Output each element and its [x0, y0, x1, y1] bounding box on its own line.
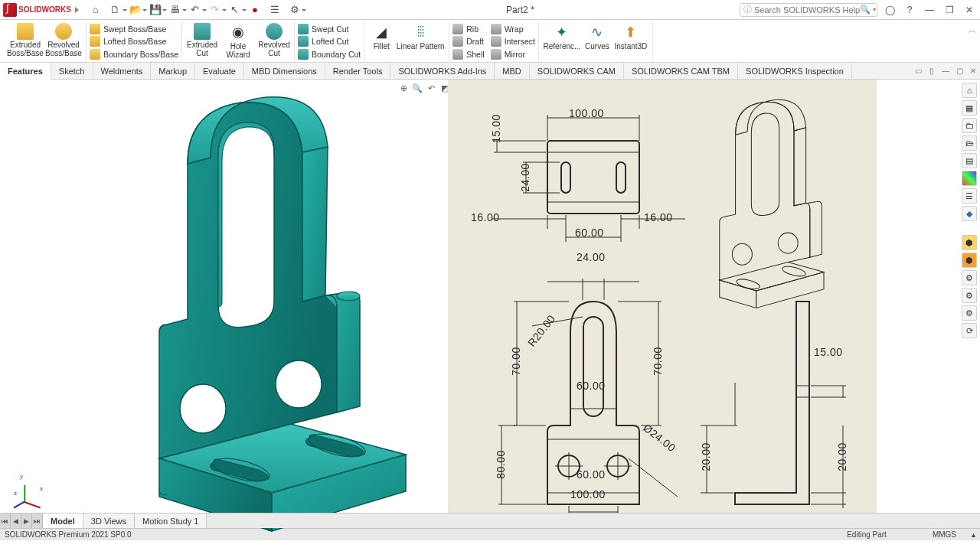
select-icon[interactable]: ↖ [229, 4, 241, 16]
revolved-boss-icon [55, 23, 72, 40]
shell-icon [452, 49, 463, 60]
tab-sketch[interactable]: Sketch [51, 63, 93, 79]
taskpane-appearances-icon[interactable] [962, 171, 977, 186]
extruded-boss-button[interactable]: Extruded Boss/Base [6, 21, 44, 62]
redo-icon[interactable]: ↷ [209, 4, 221, 16]
home-icon[interactable]: ⌂ [90, 4, 102, 16]
tab-features[interactable]: Features [0, 63, 51, 80]
rib-button[interactable]: Rib [452, 23, 484, 35]
viewport-layout-2-icon[interactable]: ▯ [925, 63, 939, 79]
taskpane-cam-1-icon[interactable]: ⬢ [962, 235, 977, 250]
settings-icon[interactable]: ⚙ [289, 4, 301, 16]
tab-mbd[interactable]: MBD [495, 63, 529, 79]
tab-solidworks-cam[interactable]: SOLIDWORKS CAM [530, 63, 624, 79]
previous-view-icon[interactable]: ↶ [426, 83, 436, 93]
taskpane-cam-5-icon[interactable]: ⚙ [962, 305, 977, 321]
taskpane-cam-2-icon[interactable]: ⬢ [962, 253, 977, 268]
revolved-cut-button[interactable]: Revolved Cut [257, 21, 291, 62]
drawing-reference-pane: 100.00 15.00 24.00 16.00 16.00 60.00 24.… [448, 80, 877, 527]
app-menu-arrow-icon[interactable] [75, 7, 79, 13]
open-icon[interactable]: 📂 [129, 4, 142, 16]
zoom-fit-icon[interactable]: ⊕ [398, 83, 409, 93]
fillet-button[interactable]: ◢Fillet [368, 21, 395, 62]
hole-wizard-button[interactable]: ◉Hole Wizard [219, 21, 257, 62]
extruded-cut-button[interactable]: Extruded Cut [185, 21, 219, 62]
taskpane-cam-4-icon[interactable]: ⚙ [962, 288, 977, 303]
dim-100-bot: 100.00 [570, 488, 606, 500]
taskpane-view-palette-icon[interactable]: ▤ [962, 153, 977, 168]
print-icon[interactable]: 🖶 [169, 4, 181, 16]
svg-point-73 [778, 233, 798, 253]
zoom-area-icon[interactable]: 🔍 [412, 83, 423, 93]
curves-button[interactable]: ∿Curves [582, 21, 612, 62]
options-icon[interactable]: ☰ [269, 4, 281, 16]
taskpane-cam-6-icon[interactable]: ⟳ [962, 323, 977, 338]
linear-pattern-button[interactable]: ⦙⦙⦙Linear Pattern [395, 21, 446, 62]
reference-geometry-button[interactable]: ✦Referenc... [542, 21, 582, 62]
tab-evaluate[interactable]: Evaluate [195, 63, 244, 79]
orientation-triad[interactable]: y x z [17, 476, 47, 507]
tab-weldments[interactable]: Weldments [93, 63, 152, 79]
user-icon[interactable]: ◯ [882, 3, 897, 17]
close-icon[interactable]: ✕ [962, 3, 977, 17]
mirror-button[interactable]: Mirror [491, 48, 535, 60]
search-dropdown-icon[interactable]: ▾ [873, 6, 876, 13]
taskpane-forum-icon[interactable]: ◆ [962, 206, 977, 221]
boundary-cut-button[interactable]: Boundary Cut [298, 48, 361, 60]
search-icon[interactable]: 🔍 [860, 5, 871, 15]
tab-solidworks-cam-tbm[interactable]: SOLIDWORKS CAM TBM [624, 63, 738, 79]
taskpane-custom-props-icon[interactable]: ☰ [962, 188, 977, 204]
lofted-boss-button[interactable]: Lofted Boss/Base [90, 35, 178, 47]
restore-icon[interactable]: ❐ [942, 3, 957, 17]
intersect-button[interactable]: Intersect [491, 35, 535, 47]
viewport-layout-1-icon[interactable]: ▭ [911, 63, 925, 79]
save-icon[interactable]: 💾 [149, 4, 162, 16]
viewport-close-icon[interactable]: ✕ [966, 63, 980, 79]
help-icon: ⓘ [743, 4, 752, 15]
status-units[interactable]: MMGS [933, 530, 956, 539]
swept-boss-icon [90, 24, 100, 34]
help-button-icon[interactable]: ? [902, 3, 917, 17]
tab-solidworks-addins[interactable]: SOLIDWORKS Add-Ins [390, 63, 495, 79]
viewport-minimize-icon[interactable]: — [939, 63, 952, 79]
taskpane-resources-icon[interactable]: ▦ [962, 100, 977, 116]
status-menu-icon[interactable]: ▴ [972, 530, 975, 539]
taskpane-design-library-icon[interactable]: 🗀 [962, 118, 977, 133]
new-icon[interactable]: 🗋 [109, 4, 122, 16]
draft-button[interactable]: Draft [452, 35, 484, 47]
tab-solidworks-inspection[interactable]: SOLIDWORKS Inspection [738, 63, 852, 79]
tab-nav-arrows[interactable]: ⏮◀▶⏭ [0, 514, 43, 528]
search-input[interactable] [754, 5, 860, 15]
tab-3d-views[interactable]: 3D Views [83, 514, 135, 528]
ribbon-collapse-icon[interactable]: ︿ [969, 24, 977, 36]
viewport-maximize-icon[interactable]: ▢ [952, 63, 966, 79]
tab-motion-study[interactable]: Motion Study 1 [135, 514, 207, 528]
undo-icon[interactable]: ↶ [189, 4, 201, 16]
graphics-viewport[interactable]: ⊕ 🔍 ↶ ◩ ◧ ▦ [0, 80, 980, 528]
help-search[interactable]: ⓘ 🔍 ▾ [740, 3, 877, 17]
swept-boss-button[interactable]: Swept Boss/Base [90, 23, 178, 35]
taskpane-cam-3-icon[interactable]: ⚙ [962, 270, 977, 285]
instant3d-icon: ⬆ [622, 23, 640, 41]
minimize-icon[interactable]: — [922, 3, 937, 17]
swept-cut-button[interactable]: Swept Cut [298, 23, 361, 35]
tab-mbd-dimensions[interactable]: MBD Dimensions [244, 63, 325, 79]
tab-markup[interactable]: Markup [151, 63, 195, 79]
rebuild-icon[interactable]: ● [249, 4, 261, 16]
model-3d-view [130, 95, 421, 539]
task-pane: ⌂ ▦ 🗀 🗁 ▤ ☰ ◆ ⬢ ⬢ ⚙ ⚙ ⚙ ⟳ [962, 83, 978, 338]
boundary-boss-button[interactable]: Boundary Boss/Base [90, 48, 178, 60]
taskpane-file-explorer-icon[interactable]: 🗁 [962, 135, 977, 151]
instant3d-button[interactable]: ⬆Instant3D [612, 21, 649, 62]
taskpane-home-icon[interactable]: ⌂ [962, 83, 977, 98]
dim-16l: 16.00 [471, 211, 500, 223]
lofted-cut-button[interactable]: Lofted Cut [298, 35, 361, 47]
tab-render-tools[interactable]: Render Tools [325, 63, 391, 79]
revolved-boss-button[interactable]: Revolved Boss/Base [44, 21, 83, 62]
shell-button[interactable]: Shell [452, 48, 484, 60]
hole-wizard-icon: ◉ [229, 23, 247, 41]
tab-model[interactable]: Model [43, 514, 83, 528]
dim-80: 80.00 [495, 450, 507, 479]
app-logo[interactable]: SOLIDWORKS [3, 3, 79, 17]
wrap-button[interactable]: Wrap [491, 23, 535, 35]
